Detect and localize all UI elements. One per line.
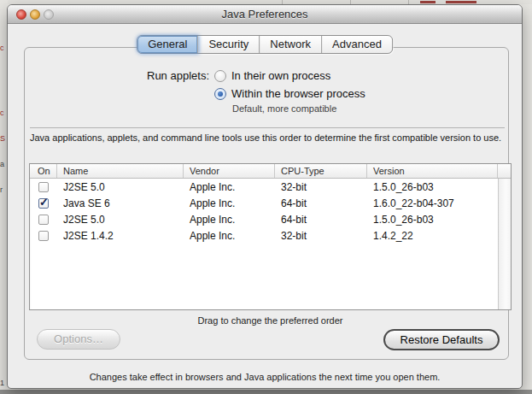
background-text-fragment: 1 xyxy=(0,379,7,387)
radio-own-process-label[interactable]: In their own process xyxy=(231,69,330,82)
run-applets-label: Run applets: xyxy=(8,69,209,82)
tab-network[interactable]: Network xyxy=(260,36,322,53)
radio-own-process[interactable] xyxy=(214,70,226,82)
background-text-fragment: a xyxy=(0,161,7,168)
background-text-fragment: c xyxy=(0,109,7,117)
radio-browser-process[interactable] xyxy=(214,88,226,100)
cell-version: 1.4.2_22 xyxy=(367,230,498,242)
check-icon: ✓ xyxy=(39,198,49,209)
java-versions-table: On Name Vendor CPU-Type Version ✓ J2SE 5… xyxy=(29,163,512,310)
radio-dot-icon xyxy=(218,91,223,97)
cell-name: J2SE 5.0 xyxy=(57,181,184,193)
cell-name: J2SE 5.0 xyxy=(57,214,184,226)
cell-cpu: 32-bit xyxy=(275,230,367,242)
cell-vendor: Apple Inc. xyxy=(184,230,275,242)
window-title: Java Preferences xyxy=(8,5,522,24)
cell-version: 1.6.0_22-b04-307 xyxy=(367,197,498,209)
column-header-on: On xyxy=(30,164,57,178)
column-header-vendor: Vendor xyxy=(184,164,275,178)
drag-hint-text: Drag to change the preferred order xyxy=(29,315,512,326)
background-text-fragment: c xyxy=(0,44,7,52)
background-red-mark xyxy=(420,1,436,3)
table-row[interactable]: ✓ J2SE 5.0 Apple Inc. 32-bit 1.5.0_26-b0… xyxy=(30,179,511,195)
cell-vendor: Apple Inc. xyxy=(184,197,275,209)
row-checkbox[interactable]: ✓ xyxy=(38,231,49,241)
cell-version: 1.5.0_26-b03 xyxy=(367,181,498,193)
row-checkbox[interactable]: ✓ xyxy=(38,198,49,209)
cell-vendor: Apple Inc. xyxy=(184,214,275,226)
column-header-cpu: CPU-Type xyxy=(275,164,367,178)
tab-security[interactable]: Security xyxy=(198,36,260,53)
cell-cpu: 32-bit xyxy=(275,181,367,193)
tab-bar: General Security Network Advanced xyxy=(137,35,393,54)
tab-general[interactable]: General xyxy=(137,36,198,53)
cell-name: Java SE 6 xyxy=(57,197,184,209)
column-header-corner xyxy=(498,164,511,178)
default-note: Default, more compatible xyxy=(232,103,336,114)
table-row[interactable]: ✓ Java SE 6 Apple Inc. 64-bit 1.6.0_22-b… xyxy=(30,195,511,211)
table-row[interactable]: ✓ J2SE 5.0 Apple Inc. 64-bit 1.5.0_26-b0… xyxy=(30,211,511,227)
background-window-bottom-strip xyxy=(0,390,532,394)
background-text-fragment: S xyxy=(0,135,7,143)
row-checkbox[interactable]: ✓ xyxy=(38,215,49,225)
order-description: Java applications, applets, and command … xyxy=(30,132,508,144)
separator-line xyxy=(30,127,505,128)
table-header: On Name Vendor CPU-Type Version xyxy=(30,164,511,179)
titlebar[interactable]: Java Preferences xyxy=(8,5,522,24)
options-button[interactable]: Options… xyxy=(37,329,120,350)
restore-defaults-button[interactable]: Restore Defaults xyxy=(383,329,500,350)
cell-cpu: 64-bit xyxy=(275,197,367,209)
background-red-mark xyxy=(446,1,476,3)
radio-browser-process-label[interactable]: Within the browser process xyxy=(231,87,365,100)
cell-cpu: 64-bit xyxy=(275,214,367,226)
zoom-button[interactable] xyxy=(44,9,54,20)
column-header-name: Name xyxy=(57,164,184,178)
scrollbar-track[interactable] xyxy=(498,179,511,309)
table-row[interactable]: ✓ J2SE 1.4.2 Apple Inc. 32-bit 1.4.2_22 xyxy=(30,227,511,244)
footer-note: Changes take effect in browsers and Java… xyxy=(8,372,522,382)
tab-advanced[interactable]: Advanced xyxy=(322,36,392,53)
column-header-version: Version xyxy=(367,164,498,178)
cell-version: 1.5.0_26-b03 xyxy=(367,214,498,226)
row-checkbox[interactable]: ✓ xyxy=(38,182,49,192)
minimize-button[interactable] xyxy=(30,9,40,20)
cell-name: J2SE 1.4.2 xyxy=(57,230,184,242)
close-button[interactable] xyxy=(16,9,26,20)
java-preferences-window: Java Preferences General Security Networ… xyxy=(7,4,523,389)
cell-vendor: Apple Inc. xyxy=(184,181,275,193)
background-text-fragment: r xyxy=(0,186,7,194)
